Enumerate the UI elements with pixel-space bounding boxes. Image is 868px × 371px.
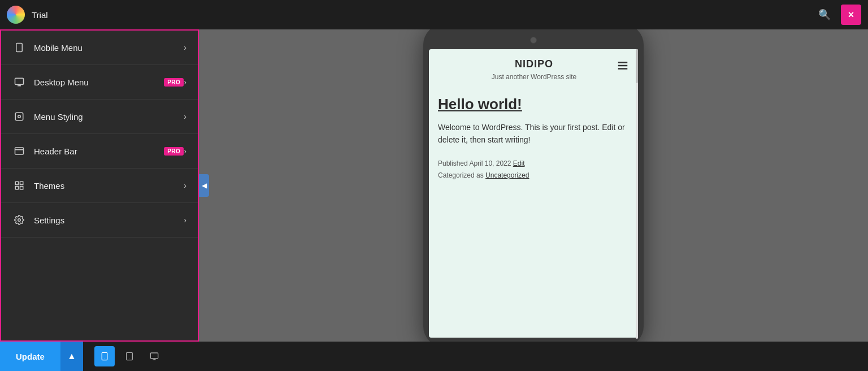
sidebar: Mobile Menu › Desktop Menu PRO › Menu St… (0, 29, 199, 342)
header-bar: Trial 🔍 × (0, 0, 868, 29)
settings-icon (12, 213, 26, 227)
svg-rect-2 (15, 78, 24, 84)
desktop-view-button[interactable] (144, 346, 164, 366)
svg-rect-7 (15, 148, 24, 154)
menu-styling-label: Menu Styling (34, 112, 184, 122)
svg-point-6 (18, 115, 21, 118)
close-button[interactable]: × (841, 5, 861, 25)
svg-rect-21 (150, 353, 158, 359)
post-content: Welcome to WordPress. This is your first… (438, 121, 629, 146)
settings-label: Settings (34, 215, 184, 225)
chevron-right-icon: › (184, 146, 186, 156)
preview-area: NIDIPO Just another WordPress site Hello… (199, 29, 868, 342)
chevron-right-icon: › (184, 112, 186, 121)
search-icon[interactable]: 🔍 (815, 5, 834, 24)
sidebar-item-settings[interactable]: Settings › (1, 203, 198, 238)
published-date: Published April 10, 2022 (438, 159, 511, 167)
phone-notch (429, 33, 638, 47)
category-link[interactable]: Uncategorized (485, 171, 529, 179)
phone-frame: NIDIPO Just another WordPress site Hello… (423, 24, 644, 347)
phone-camera (530, 37, 537, 44)
desktop-menu-label: Desktop Menu (34, 77, 159, 87)
site-title: NIDIPO (452, 58, 617, 70)
post-meta: Published April 10, 2022 Edit Categorize… (438, 158, 629, 182)
header-bar-label: Header Bar (34, 146, 159, 156)
site-tagline: Just another WordPress site (452, 72, 617, 82)
bottom-bar: Update ▲ (0, 342, 868, 371)
themes-icon (12, 179, 26, 192)
chevron-right-icon: › (184, 77, 186, 87)
sidebar-item-themes[interactable]: Themes › (1, 169, 198, 203)
site-body: Hello world! Welcome to WordPress. This … (429, 87, 638, 338)
chevron-right-icon: › (184, 215, 186, 225)
view-switcher (94, 346, 164, 366)
app-logo (7, 6, 25, 24)
chevron-right-icon: › (184, 43, 186, 52)
header-bar-icon (12, 144, 26, 158)
chevron-right-icon: › (184, 181, 186, 190)
svg-rect-19 (127, 352, 133, 360)
menu-styling-icon (12, 110, 26, 123)
scrollbar (636, 49, 638, 338)
post-title: Hello world! (438, 96, 629, 113)
svg-rect-0 (16, 44, 23, 52)
tablet-view-button[interactable] (119, 346, 140, 366)
mobile-menu-label: Mobile Menu (34, 43, 184, 53)
update-button[interactable]: Update (0, 342, 60, 371)
pro-badge-desktop: PRO (164, 78, 184, 87)
svg-rect-11 (15, 187, 18, 189)
sidebar-item-menu-styling[interactable]: Menu Styling › (1, 100, 198, 134)
header-title: Trial (32, 10, 808, 20)
site-header: NIDIPO Just another WordPress site (429, 49, 638, 87)
desktop-menu-icon (12, 75, 26, 89)
mobile-menu-icon (12, 41, 26, 54)
collapse-icon: ◀ (202, 182, 207, 189)
categorized-label: Categorized as (438, 171, 484, 179)
sidebar-item-header-bar[interactable]: Header Bar PRO › (1, 134, 198, 169)
svg-rect-12 (20, 187, 23, 189)
sidebar-item-desktop-menu[interactable]: Desktop Menu PRO › (1, 65, 198, 100)
sidebar-item-mobile-menu[interactable]: Mobile Menu › (1, 31, 198, 65)
edit-link[interactable]: Edit (513, 159, 525, 167)
hamburger-icon (617, 59, 629, 75)
svg-point-13 (18, 219, 21, 222)
themes-label: Themes (34, 181, 184, 191)
scrollbar-thumb (636, 49, 638, 83)
svg-rect-10 (20, 182, 23, 184)
collapse-sidebar-button[interactable]: ◀ (199, 174, 209, 197)
mobile-view-button[interactable] (94, 346, 115, 366)
expand-button[interactable]: ▲ (60, 342, 83, 371)
svg-rect-5 (15, 113, 23, 120)
svg-rect-9 (15, 182, 18, 184)
svg-rect-17 (102, 352, 107, 360)
site-title-area: NIDIPO Just another WordPress site (452, 58, 617, 82)
pro-badge-header: PRO (164, 147, 184, 156)
expand-icon: ▲ (67, 351, 76, 361)
phone-screen: NIDIPO Just another WordPress site Hello… (429, 49, 638, 338)
